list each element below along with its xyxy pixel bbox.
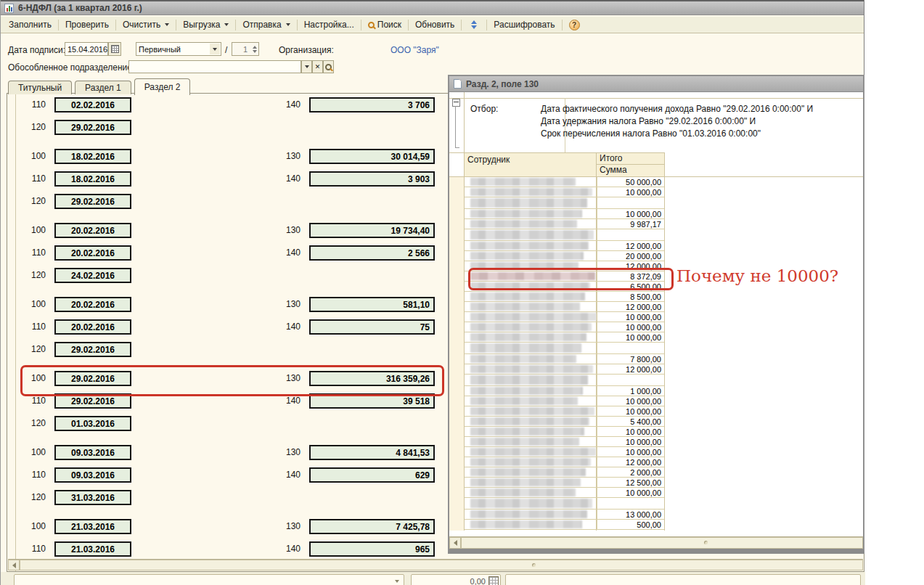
form-amount-field[interactable]: 3 903 (309, 171, 435, 187)
amount-cell[interactable] (597, 343, 664, 353)
form-amount-field[interactable]: 7 425,78 (309, 519, 435, 534)
amount-cell[interactable]: 10 000,00 (597, 437, 664, 446)
table-row[interactable]: 12 000,00 (465, 261, 664, 271)
amount-cell[interactable]: 500,00 (597, 520, 664, 529)
form-date-field[interactable]: 20.02.2016 (54, 223, 131, 238)
scroll-left-button[interactable] (8, 560, 20, 570)
amount-cell[interactable]: 12 500,00 (597, 478, 664, 487)
amount-cell[interactable]: 10 000,00 (597, 322, 664, 332)
sign-date-input[interactable]: 15.04.2016 (65, 42, 108, 56)
amount-cell[interactable]: 20 000,00 (597, 251, 664, 261)
table-row[interactable]: 12 000,00 (465, 241, 664, 251)
horizontal-scrollbar[interactable] (8, 559, 863, 570)
form-date-field[interactable]: 29.02.2016 (54, 393, 131, 409)
table-row[interactable] (465, 229, 664, 241)
form-date-field[interactable]: 21.03.2016 (54, 519, 131, 534)
amount-cell[interactable]: 10 000,00 (597, 447, 664, 457)
table-row[interactable]: 10 000,00 (465, 187, 664, 197)
form-date-field[interactable]: 29.02.2016 (54, 120, 131, 135)
table-row[interactable]: 500,00 (465, 520, 664, 530)
form-amount-field[interactable]: 629 (309, 467, 435, 483)
form-date-field[interactable]: 24.02.2016 (54, 268, 131, 283)
tab-раздел-2[interactable]: Раздел 2 (134, 78, 191, 95)
table-row[interactable]: 12 000,00 (465, 457, 664, 467)
table-row[interactable]: 10 000,00 (465, 427, 664, 437)
toolbar-button-settings[interactable]: Настройка... (299, 18, 359, 31)
amount-cell[interactable]: 10 000,00 (597, 488, 664, 497)
table-row[interactable]: 12 500,00 (465, 478, 664, 488)
table-row[interactable]: 1 000,00 (465, 386, 664, 396)
form-date-field[interactable]: 31.03.2016 (54, 490, 131, 505)
amount-cell[interactable]: 1 000,00 (597, 386, 664, 396)
amount-cell[interactable]: 2 000,00 (597, 467, 664, 477)
table-row[interactable]: 12 000,00 (465, 364, 664, 375)
form-date-field[interactable]: 02.02.2016 (54, 97, 131, 112)
table-row[interactable]: 10 000,00 (465, 332, 664, 343)
form-amount-field[interactable]: 316 359,26 (309, 371, 435, 386)
amount-cell[interactable] (597, 498, 664, 509)
amount-cell[interactable]: 9 987,17 (597, 219, 664, 229)
revision-select[interactable]: Первичный (136, 42, 221, 56)
tab-титульный[interactable]: Титульный (8, 81, 72, 94)
amount-cell[interactable]: 12 000,00 (597, 261, 664, 271)
form-date-field[interactable]: 09.03.2016 (54, 445, 131, 460)
table-row[interactable] (465, 197, 664, 209)
table-row[interactable]: 10 000,00 (465, 406, 664, 417)
table-row[interactable]: 8 372,09 (465, 271, 664, 282)
form-amount-field[interactable]: 4 841,53 (309, 445, 435, 460)
amount-cell[interactable]: 12 000,00 (597, 457, 664, 467)
calendar-button[interactable] (108, 42, 121, 56)
toolbar-button-help[interactable]: ? (564, 18, 585, 32)
division-search-button[interactable] (323, 60, 334, 73)
amount-cell[interactable]: 10 000,00 (597, 312, 664, 322)
form-date-field[interactable]: 20.02.2016 (54, 297, 131, 312)
form-date-field[interactable]: 01.03.2016 (54, 416, 131, 431)
amount-cell[interactable]: 13 000,00 (597, 510, 664, 519)
toolbar-button-sort[interactable] (463, 17, 485, 32)
toolbar-button-fill[interactable]: Заполнить (4, 18, 57, 31)
form-date-field[interactable]: 29.02.2016 (54, 371, 131, 386)
status-comment-field[interactable] (505, 574, 861, 585)
table-row[interactable]: 50 000,00 (465, 177, 664, 187)
toolbar-button-clear[interactable]: Очистить (118, 18, 174, 31)
toolbar-button-decrypt[interactable]: Расшифровать (488, 18, 560, 31)
table-row[interactable]: 8 500,00 (465, 292, 664, 302)
amount-cell[interactable]: 7 800,00 (597, 354, 664, 364)
division-dropdown-button[interactable] (301, 60, 312, 73)
calculator-icon[interactable] (488, 576, 499, 585)
form-amount-field[interactable]: 75 (309, 319, 435, 335)
table-row[interactable]: 10 000,00 (465, 447, 664, 457)
collapse-minus-icon[interactable] (452, 99, 460, 107)
amount-cell[interactable]: 8 500,00 (597, 292, 664, 301)
toolbar-button-export[interactable]: Выгрузка (178, 18, 234, 31)
table-row[interactable]: 10 000,00 (465, 488, 664, 498)
table-row[interactable] (465, 375, 664, 386)
organization-link[interactable]: ООО "Заря" (391, 45, 439, 55)
revision-dropdown-button[interactable] (210, 44, 220, 54)
amount-cell[interactable]: 10 000,00 (597, 406, 664, 416)
form-date-field[interactable]: 29.02.2016 (54, 342, 131, 357)
table-row[interactable]: 10 000,00 (465, 437, 664, 447)
column-header-employee[interactable]: Сотрудник (465, 153, 596, 176)
table-row[interactable] (465, 498, 664, 510)
form-date-field[interactable]: 20.02.2016 (54, 245, 131, 261)
form-date-field[interactable]: 21.03.2016 (54, 541, 131, 557)
amount-cell[interactable]: 10 000,00 (597, 396, 664, 406)
table-row[interactable]: 9 987,17 (465, 219, 664, 229)
toolbar-button-send[interactable]: Отправка (237, 18, 295, 31)
form-amount-field[interactable]: 30 014,59 (309, 149, 435, 164)
amount-cell[interactable] (597, 229, 664, 240)
toolbar-button-refresh[interactable]: Обновить (410, 18, 459, 31)
correction-number-stepper[interactable]: 1 (232, 42, 259, 56)
amount-cell[interactable]: 5 400,00 (597, 417, 664, 426)
scroll-left-button[interactable] (449, 537, 461, 549)
form-date-field[interactable]: 18.02.2016 (54, 171, 131, 187)
table-row[interactable]: 10 000,00 (465, 312, 664, 322)
division-input[interactable] (128, 60, 301, 73)
status-dropdown-field[interactable] (14, 574, 404, 585)
amount-cell[interactable]: 10 000,00 (597, 332, 664, 342)
amount-cell[interactable]: 10 000,00 (597, 209, 664, 218)
toolbar-button-search[interactable]: Поиск (363, 18, 406, 31)
column-header-total[interactable]: Итого Сумма (597, 153, 664, 176)
table-row[interactable]: 5 400,00 (465, 417, 664, 427)
